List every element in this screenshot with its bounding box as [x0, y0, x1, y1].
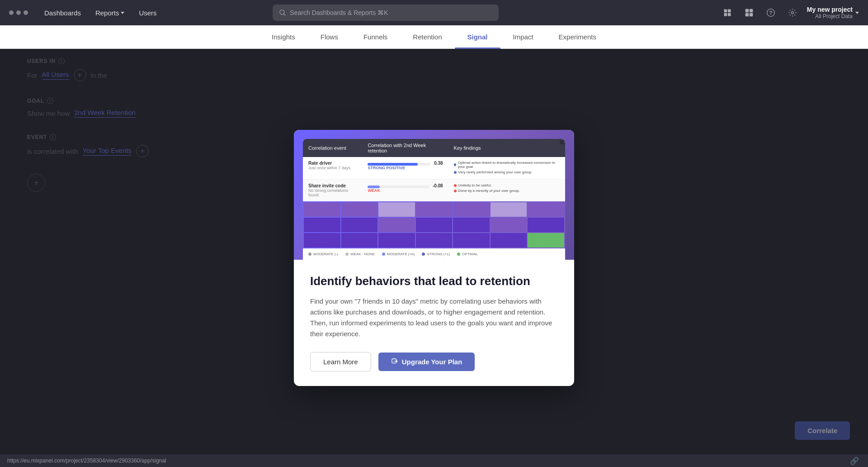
svg-rect-3 — [728, 10, 731, 13]
traffic-light-yellow[interactable] — [16, 10, 21, 15]
svg-rect-2 — [724, 10, 727, 13]
apps-icon-btn[interactable] — [742, 5, 756, 20]
heatmap-cell — [416, 233, 453, 248]
findings-cell-2: Unlikely to be useful. Done by a minorit… — [448, 180, 565, 201]
heatmap-cell — [453, 202, 490, 217]
top-navigation: Dashboards Reports Users Search Dashboar… — [0, 0, 868, 25]
legend-item-moderate-neg: MODERATE (-) — [308, 252, 338, 256]
traffic-light-red[interactable] — [9, 10, 14, 15]
heatmap-cell-optimal — [528, 233, 564, 248]
findings-cell: Optimal action linked to dramatically in… — [448, 157, 565, 180]
event-cell: Rate driver Just once within 7 days. — [303, 157, 362, 180]
legend-dot — [308, 253, 311, 256]
external-link-icon — [391, 358, 398, 365]
gear-icon — [788, 8, 797, 17]
legend-dot — [422, 253, 425, 256]
modal-image-area: Correlation event Correlation with 2nd W… — [294, 130, 574, 260]
heatmap-cell — [528, 218, 564, 232]
legend-item-optimal: OPTIMAL — [457, 252, 478, 256]
tab-experiments[interactable]: Experiments — [546, 25, 609, 49]
heatmap-cell — [341, 233, 378, 248]
table-row: Share invite code No strong correlations… — [303, 180, 565, 201]
tab-flows[interactable]: Flows — [308, 25, 351, 49]
legend-item-moderate-pos: MODERATE (+0) — [382, 252, 415, 256]
grid-icon — [745, 8, 754, 17]
heatmap-cell — [304, 218, 340, 232]
dashboards-nav-link[interactable]: Dashboards — [39, 6, 86, 19]
table-row: Rate driver Just once within 7 days. 0.3… — [303, 157, 565, 180]
col-header-event: Correlation event — [303, 139, 362, 157]
legend-item-weak: WEAK - NONE — [345, 252, 375, 256]
status-bar: https://eu.mixpanel.com/project/2358304/… — [0, 454, 868, 467]
reports-chevron-icon — [121, 12, 124, 14]
search-bar[interactable]: Search Dashboards & Reports ⌘K — [273, 5, 499, 21]
signal-upsell-modal: ✕ Correlation event Correlation with 2nd… — [294, 130, 574, 386]
correlation-cell: 0.38 STRONG POSITIVE — [362, 157, 448, 180]
col-header-correlation: Correlation with 2nd Week retention — [362, 139, 448, 157]
tab-impact[interactable]: Impact — [500, 25, 546, 49]
window-controls — [9, 10, 28, 15]
project-switcher[interactable]: My new project All Project Data — [807, 6, 859, 19]
legend-dot — [457, 253, 460, 256]
learn-more-button[interactable]: Learn More — [310, 352, 371, 372]
tab-retention[interactable]: Retention — [400, 25, 454, 49]
search-placeholder: Search Dashboards & Reports ⌘K — [290, 9, 388, 16]
heatmap-cell — [416, 218, 453, 232]
svg-rect-5 — [728, 13, 731, 16]
project-subtitle: All Project Data — [807, 13, 853, 19]
event-cell-2: Share invite code No strong correlations… — [303, 180, 362, 201]
legend-dot — [382, 253, 385, 256]
status-url: https://eu.mixpanel.com/project/2358304/… — [7, 457, 166, 464]
traffic-light-green[interactable] — [24, 10, 28, 15]
modal-overlay[interactable]: ✕ Correlation event Correlation with 2nd… — [0, 49, 868, 467]
heatmap-cell — [378, 218, 415, 232]
project-name: My new project — [807, 6, 853, 13]
svg-point-12 — [791, 12, 793, 14]
heatmap-cell — [304, 233, 340, 248]
modal-title: Identify behaviors that lead to retentio… — [310, 274, 558, 288]
main-content: USERS IN i For All Users + in the GOAL i… — [0, 49, 868, 467]
heatmap-cell — [528, 202, 564, 217]
heatmap-cell — [491, 233, 527, 248]
heatmap-grid — [303, 201, 565, 248]
svg-rect-6 — [745, 9, 749, 13]
heatmap-cell — [304, 202, 340, 217]
svg-line-1 — [284, 14, 286, 16]
svg-rect-9 — [750, 13, 753, 17]
settings-icon-btn[interactable] — [785, 5, 800, 20]
heatmap-cell — [491, 202, 527, 217]
correlation-cell-2: -0.08 WEAK — [362, 180, 448, 201]
heatmap-cell — [378, 233, 415, 248]
heatmap-cell — [341, 202, 378, 217]
svg-rect-13 — [392, 359, 396, 363]
notifications-icon-btn[interactable] — [720, 5, 735, 20]
notifications-icon — [723, 8, 732, 17]
heatmap-cell — [378, 202, 415, 217]
heatmap-cell — [491, 218, 527, 232]
nav-links: Dashboards Reports Users — [39, 6, 162, 19]
svg-rect-4 — [724, 13, 727, 16]
tab-funnels[interactable]: Funnels — [351, 25, 400, 49]
help-icon-btn[interactable]: ? — [764, 5, 778, 20]
modal-body: Identify behaviors that lead to retentio… — [294, 260, 574, 386]
col-header-findings: Key findings — [448, 139, 565, 157]
modal-description: Find your own "7 friends in 10 days" met… — [310, 296, 558, 339]
modal-screenshot: Correlation event Correlation with 2nd W… — [303, 139, 565, 260]
legend-item-strong: STRONG (+1) — [422, 252, 450, 256]
correlation-table: Correlation event Correlation with 2nd W… — [303, 139, 565, 201]
project-chevron-icon — [855, 12, 859, 14]
modal-actions: Learn More Upgrade Your Plan — [310, 352, 558, 372]
svg-text:?: ? — [769, 10, 773, 15]
reports-nav-link[interactable]: Reports — [90, 6, 130, 19]
legend-row: MODERATE (-) WEAK - NONE MODERATE (+0) — [303, 248, 565, 260]
link-icon: 🔗 — [850, 457, 859, 465]
users-nav-link[interactable]: Users — [133, 6, 162, 19]
svg-rect-8 — [745, 13, 749, 17]
secondary-navigation: Insights Flows Funnels Retention Signal … — [0, 25, 868, 49]
tab-signal[interactable]: Signal — [455, 25, 500, 49]
tab-insights[interactable]: Insights — [259, 25, 308, 49]
heatmap-cell — [453, 218, 490, 232]
legend-dot — [345, 253, 349, 256]
upgrade-plan-button[interactable]: Upgrade Your Plan — [378, 353, 475, 371]
svg-rect-7 — [750, 9, 753, 13]
